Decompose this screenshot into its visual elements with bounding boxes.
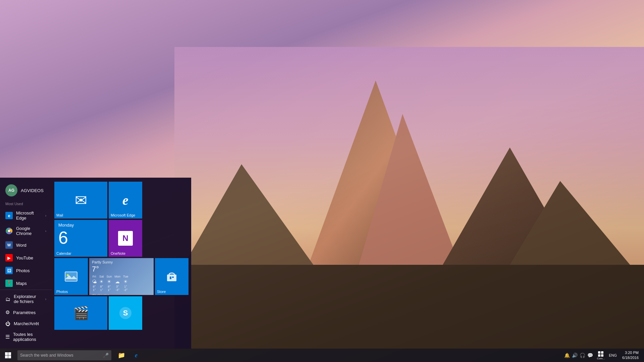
most-used-label: Most Used xyxy=(0,200,52,208)
forecast-mon: Mon ☁ 3° -3° xyxy=(115,275,121,292)
settings-item[interactable]: ⚙ Paramètres xyxy=(0,307,52,318)
youtube-icon: ▶ xyxy=(5,254,13,261)
tile-store[interactable]: Store xyxy=(155,258,189,295)
weather-city: Washington xyxy=(92,294,151,295)
system-tray: 🔔 🔊 🎧 💬 Com... ENG 3:20 PM 6/18/2016 xyxy=(564,349,644,362)
user-profile[interactable]: AG AGVIDEOS xyxy=(0,182,52,200)
tile-onenote[interactable]: N OneNote xyxy=(109,220,142,257)
edge-chevron: › xyxy=(45,214,46,218)
clock-time: 3:20 PM xyxy=(625,350,639,355)
sidebar-item-chrome[interactable]: Google Chrome › xyxy=(0,223,52,239)
svg-rect-26 xyxy=(601,354,603,357)
maps-icon: 📍 xyxy=(5,280,13,287)
start-button[interactable] xyxy=(0,349,16,362)
fri-icon: 🌤 xyxy=(92,279,97,284)
tile-movies[interactable]: 🎬 xyxy=(54,296,107,330)
tue-high: 1° xyxy=(124,285,127,288)
photos-label: Photos xyxy=(16,268,30,273)
chrome-chevron: › xyxy=(45,229,46,233)
forecast-sun: Sun ☀ 8° 1° xyxy=(107,275,112,292)
mon-high: 3° xyxy=(116,285,119,288)
chat-icon: 💬 xyxy=(587,353,593,358)
svg-rect-20 xyxy=(8,352,11,355)
sat-low: 1° xyxy=(100,288,103,292)
power-item[interactable]: ⏻ Marche/Arrêt xyxy=(0,318,52,329)
sun-icon: ☀ xyxy=(107,279,111,284)
file-explorer-item[interactable]: 🗂 Explorateur de fichiers › xyxy=(0,291,52,307)
taskbar-file-explorer[interactable]: 📁 xyxy=(114,349,129,362)
taskbar: 🎤 📁 e 🔔 🔊 🎧 💬 Com... ENG xyxy=(0,349,644,362)
file-explorer-taskbar-icon: 📁 xyxy=(118,352,125,359)
mail-icon: ✉ xyxy=(75,192,87,209)
sidebar-item-photos[interactable]: 🖼 Photos xyxy=(0,264,52,277)
svg-rect-14 xyxy=(167,275,176,281)
tiles-row-1: ✉ Mail e Microsoft Edge xyxy=(54,182,189,219)
svg-rect-6 xyxy=(174,265,644,349)
weather-condition: Partly Sunny xyxy=(92,260,151,264)
power-icon: ⏻ xyxy=(5,321,10,326)
skype-icon: S xyxy=(118,306,133,320)
weather-content: Partly Sunny 7° Fri 🌤 8° 1° Sat ☀ 8° xyxy=(89,258,154,295)
windows-logo-icon xyxy=(5,352,11,359)
sun-label: Sun xyxy=(107,275,112,278)
mon-icon: ☁ xyxy=(115,279,120,284)
forecast-sat: Sat ☀ 8° 1° xyxy=(99,275,104,292)
fri-low: 1° xyxy=(93,288,96,292)
sidebar-item-maps[interactable]: 📍 Maps xyxy=(0,277,52,290)
avatar: AG xyxy=(5,184,17,196)
svg-rect-15 xyxy=(170,277,171,279)
sidebar-item-word[interactable]: W Word xyxy=(0,239,52,251)
file-explorer-chevron: › xyxy=(45,297,46,301)
sat-icon: ☀ xyxy=(99,279,104,284)
tue-icon: ☀ xyxy=(123,279,128,284)
svg-rect-22 xyxy=(8,356,11,359)
sat-high: 8° xyxy=(100,285,103,288)
tile-calendar[interactable]: Monday 6 Calendar xyxy=(54,220,107,257)
svg-point-13 xyxy=(67,274,69,276)
mon-low: -3° xyxy=(115,288,119,292)
search-input[interactable] xyxy=(20,353,94,358)
start-menu-tiles: ✉ Mail e Microsoft Edge Monday 6 Calenda… xyxy=(52,178,191,349)
language-indicator[interactable]: ENG xyxy=(609,353,617,357)
network-icon: 🔔 xyxy=(564,353,570,358)
tile-edge[interactable]: e Microsoft Edge xyxy=(109,182,142,219)
all-apps-icon: ☰ xyxy=(5,334,10,340)
tue-low: -2° xyxy=(124,288,128,292)
fri-label: Fri xyxy=(93,275,96,278)
forecast-fri: Fri 🌤 8° 1° xyxy=(92,275,97,292)
taskbar-search[interactable]: 🎤 xyxy=(17,350,111,360)
all-apps-label: Toutes les applications xyxy=(13,332,46,342)
user-name: AGVIDEOS xyxy=(21,188,44,193)
action-center-icon xyxy=(598,351,604,357)
photos-icon: 🖼 xyxy=(5,267,13,274)
edge-tile-icon: e xyxy=(122,192,128,208)
svg-rect-24 xyxy=(601,351,603,354)
tile-weather[interactable]: Partly Sunny 7° Fri 🌤 8° 1° Sat ☀ 8° xyxy=(89,258,154,295)
windows-come-label: Com... xyxy=(597,357,605,360)
system-clock[interactable]: 3:20 PM 6/18/2016 xyxy=(620,350,641,361)
tile-photos[interactable]: Photos xyxy=(54,258,88,295)
maps-label: Maps xyxy=(16,281,27,286)
tile-skype[interactable]: S xyxy=(109,296,142,330)
settings-icon: ⚙ xyxy=(5,309,10,315)
photos-tile-icon xyxy=(64,269,78,284)
onenote-icon: N xyxy=(118,231,133,246)
taskbar-app-list: 📁 e xyxy=(114,349,144,362)
all-apps-item[interactable]: ☰ Toutes les applications xyxy=(0,329,52,345)
windows-action-center[interactable]: Com... xyxy=(596,351,606,360)
svg-rect-19 xyxy=(5,352,8,355)
movies-icon: 🎬 xyxy=(73,306,89,320)
taskbar-edge[interactable]: e xyxy=(129,349,144,362)
tiles-row-4: 🎬 S xyxy=(54,296,189,330)
svg-rect-10 xyxy=(65,272,77,281)
photos-tile-label: Photos xyxy=(54,288,70,295)
sidebar-item-edge[interactable]: e Microsoft Edge › xyxy=(0,208,52,223)
file-explorer-icon: 🗂 xyxy=(5,296,10,302)
fri-high: 8° xyxy=(93,285,96,288)
weather-temp: 7° xyxy=(92,265,151,274)
sidebar-item-youtube[interactable]: ▶ YouTube xyxy=(0,251,52,264)
onenote-tile-label: OneNote xyxy=(109,250,127,257)
chrome-label: Google Chrome xyxy=(16,226,42,236)
svg-rect-16 xyxy=(172,277,174,278)
tile-mail[interactable]: ✉ Mail xyxy=(54,182,107,219)
